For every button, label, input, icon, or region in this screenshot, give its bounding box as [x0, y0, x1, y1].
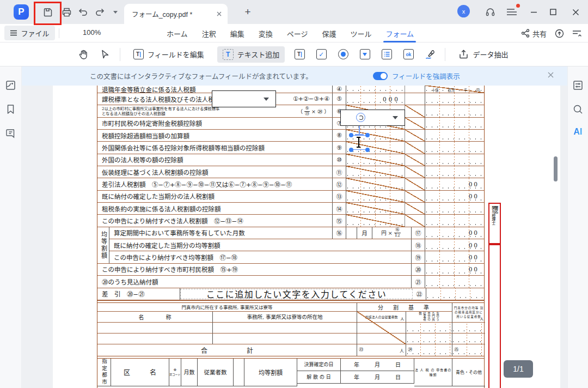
dissolution-date-label: 解 散 の 日	[297, 371, 341, 384]
app-logo[interactable]: P	[14, 4, 29, 20]
tab-convert[interactable]: 変換	[259, 24, 273, 43]
page-indicator[interactable]: 1/1	[504, 360, 533, 378]
ward-name-header: 区 名	[111, 359, 169, 386]
new-tab-button[interactable]: +	[241, 5, 254, 19]
support-button[interactable]	[483, 5, 497, 19]
combobox-field-1[interactable]	[212, 90, 276, 107]
highlight-fields-label[interactable]: フィールドを強調表示	[392, 71, 460, 81]
table-cell	[346, 178, 405, 190]
table-cell	[405, 178, 425, 190]
row-number-cell: ⑯	[333, 227, 346, 239]
redo-button[interactable]	[94, 5, 107, 19]
row-number-cell: ⑧	[333, 130, 346, 141]
combobox-field-button[interactable]	[358, 47, 372, 62]
checkbox-field-button[interactable]: ✓	[314, 47, 328, 62]
notification-close-button[interactable]	[547, 71, 556, 80]
rotate-handle-icon[interactable]	[356, 113, 365, 122]
comments-panel-button[interactable]	[0, 126, 21, 140]
form-table-row: この申告により納付すべき市町村民税額 ⑮+⑲⑳00	[97, 264, 484, 276]
thumbnail-icon	[5, 80, 16, 90]
thumbnails-panel-button[interactable]	[0, 78, 21, 92]
radio-field-button[interactable]	[336, 47, 350, 62]
row-number-cell: ⑳	[412, 264, 425, 275]
row-number-cell: ⑱	[412, 239, 425, 251]
office-name-cell[interactable]	[97, 323, 213, 334]
add-text-button[interactable]: T テキスト追加	[217, 46, 285, 63]
main-menu-button[interactable]	[505, 5, 518, 19]
tab-edit[interactable]: 編集	[230, 24, 244, 43]
pdfelement-window: P フォーム_copy.pdf * + x	[0, 0, 588, 388]
undo-button[interactable]	[76, 5, 89, 19]
date-cells[interactable]: 年月日	[341, 359, 414, 371]
resize-handle[interactable]	[349, 148, 353, 152]
tax-accountant-signature-field-box[interactable]	[488, 244, 501, 388]
tab-protect[interactable]: 保護	[322, 24, 336, 43]
bookmarks-panel-button[interactable]	[0, 102, 21, 116]
table-cell	[405, 142, 425, 153]
search-panel-button[interactable]	[568, 102, 588, 116]
form-table-row: 市町村民税の特定寄附金税額控除額⑦	[97, 118, 484, 130]
share-button[interactable]: 共有	[521, 28, 547, 39]
table-cell: 算定期間中において事務所等を有していた月数	[109, 227, 333, 239]
minimize-button[interactable]	[527, 5, 540, 19]
maximize-icon	[550, 9, 556, 15]
resize-handle[interactable]	[365, 148, 370, 152]
tab-form[interactable]: フォーム	[385, 24, 414, 43]
edit-fields-button[interactable]: T| フィールドを編集	[128, 46, 210, 62]
row-number-cell: ⑮	[333, 215, 346, 226]
tab-home[interactable]: ホーム	[167, 24, 188, 43]
tab-page[interactable]: ページ	[287, 24, 308, 43]
title-bar: P フォーム_copy.pdf * + x	[0, 0, 588, 24]
document-tab[interactable]: フォーム_copy.pdf *	[124, 4, 228, 24]
history-dropdown-button[interactable]	[109, 5, 122, 19]
close-icon	[547, 71, 554, 78]
file-menu-button[interactable]: ファイル	[4, 26, 55, 40]
combobox-field-2-selected[interactable]	[340, 110, 405, 126]
save-button[interactable]	[41, 5, 54, 19]
date-cells[interactable]: 年月日	[341, 371, 414, 384]
maximize-button[interactable]	[547, 5, 560, 19]
tab-close-icon[interactable]	[216, 11, 222, 17]
ai-panel-button[interactable]: AI	[568, 125, 588, 138]
file-menu-label: ファイル	[21, 28, 49, 38]
undo-icon	[77, 7, 88, 17]
office-address-cell[interactable]	[213, 323, 357, 334]
signature-field-button[interactable]	[423, 47, 437, 62]
office-address-cell[interactable]	[213, 334, 357, 344]
close-window-button[interactable]	[569, 5, 582, 19]
vertical-scrollbar-thumb[interactable]	[554, 156, 558, 181]
tab-annotation[interactable]: 注釈	[202, 24, 216, 43]
document-area: 均等割額 退職年金等積立金に係る法人税額④十億百万千円課税標準となる法人税額及び…	[22, 86, 567, 388]
form-table-row: ⑳のうち見込納付額㉑	[97, 276, 484, 288]
properties-panel-button[interactable]	[568, 78, 588, 92]
select-tool-button[interactable]	[98, 47, 112, 62]
collapse-toolbar-button[interactable]	[572, 29, 581, 38]
close-icon	[572, 9, 579, 16]
highlight-fields-toggle[interactable]	[373, 72, 388, 80]
resize-handle[interactable]	[365, 133, 370, 137]
user-avatar[interactable]: x	[457, 5, 470, 17]
table-cell: 00	[425, 191, 484, 202]
print-button[interactable]	[60, 5, 73, 19]
listbox-field-button[interactable]	[379, 47, 394, 62]
text-placeholder-field[interactable]: ここに追加したい文字を入力してください	[180, 289, 413, 299]
tab-tools[interactable]: ツール	[350, 24, 371, 43]
form-table-row: 仮装経理に基づく法人税割額の控除額⑪	[97, 166, 484, 178]
text-insert-selection[interactable]	[351, 135, 367, 150]
resize-handle[interactable]	[349, 133, 353, 137]
properties-icon	[573, 80, 583, 90]
cloud-upload-button[interactable]	[554, 29, 565, 38]
amount-units-header: 十億百万千円	[425, 88, 484, 93]
text-field-button[interactable]: T|	[292, 47, 307, 62]
hand-tool-button[interactable]	[76, 47, 90, 62]
button-field-button[interactable]: ok	[401, 47, 415, 62]
comment-icon	[5, 128, 16, 138]
form-table-row: 差引法人税割額 ⑤−⑦+⑧−⑨−⑩−⑪又は⑥−⑦+⑧−⑨−⑩−⑪⑫00	[97, 178, 484, 190]
table-cell	[346, 227, 357, 239]
data-extract-button[interactable]: データ抽出	[453, 46, 513, 62]
print-icon	[62, 7, 72, 17]
office-name-cell[interactable]	[97, 334, 213, 344]
zoom-level-value[interactable]: 100%	[83, 28, 101, 37]
table-cell	[346, 215, 405, 226]
rate-employees-header: 門真市分の均等 割の税率適用区分に 用いる従業者数 人	[452, 303, 485, 323]
